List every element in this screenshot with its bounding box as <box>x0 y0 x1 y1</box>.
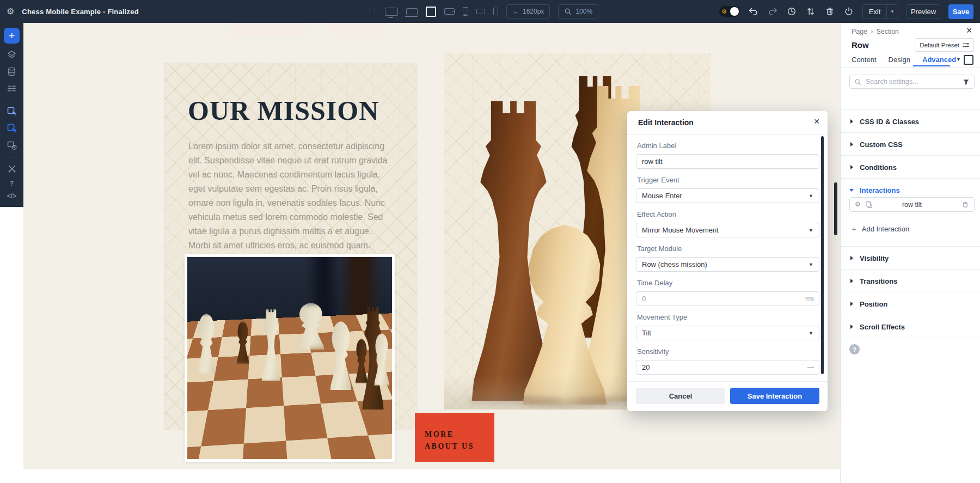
database-icon[interactable] <box>6 65 18 77</box>
chevron-right-icon <box>850 119 853 124</box>
accordion-label: Conditions <box>860 163 897 172</box>
settings-panel: Page › Section ✕ Row Default Preset Cont… <box>840 23 980 483</box>
device-current-breakpoint-icon[interactable] <box>426 7 436 17</box>
trigger-event-select[interactable]: Mouse Enter ▼ <box>636 188 819 203</box>
device-tablet-landscape-icon[interactable] <box>444 8 455 15</box>
accordion-label: Scroll Effects <box>860 323 905 331</box>
list-settings-icon[interactable] <box>6 82 18 94</box>
modal-footer: Cancel Save Interaction <box>627 381 828 411</box>
accordion-conditions[interactable]: Conditions <box>841 155 980 178</box>
tab-content[interactable]: Content <box>852 56 877 64</box>
settings-search[interactable] <box>849 75 975 89</box>
mission-paragraph[interactable]: Lorem ipsum dolor sit amet, consectetur … <box>188 139 392 253</box>
viewport-width-control[interactable]: ↔ 1620px <box>506 4 550 19</box>
exit-button[interactable]: Exit ▼ <box>862 4 898 19</box>
canvas-scrollbar[interactable] <box>834 182 837 235</box>
interaction-item-row-tilt[interactable]: ⚙ row tilt <box>849 197 975 212</box>
click-interaction-outline-icon[interactable] <box>6 106 18 118</box>
history-clock-icon[interactable] <box>786 6 797 17</box>
add-module-button[interactable]: + <box>4 28 20 44</box>
tabs-caret-icon[interactable]: ▼ <box>956 57 961 62</box>
accordion-label: Custom CSS <box>860 140 903 149</box>
time-delay-input[interactable] <box>636 291 819 306</box>
preset-label: Default Preset <box>920 42 959 48</box>
admin-label-field: Admin Label <box>636 142 819 169</box>
accordion-scroll-effects[interactable]: Scroll Effects <box>841 315 980 338</box>
target-module-select[interactable]: Row (chess mission) ▼ <box>636 257 819 272</box>
device-tablet-portrait-icon[interactable] <box>463 7 468 16</box>
filter-funnel-icon[interactable] <box>963 78 970 85</box>
add-interaction-label: Add Interaction <box>862 225 909 233</box>
width-arrows-icon: ↔ <box>512 8 519 15</box>
previous-section-remnant <box>231 23 305 35</box>
mission-heading[interactable]: OUR MISSION <box>188 95 416 126</box>
modal-close-icon[interactable]: ✕ <box>813 118 820 125</box>
accordion-css-id-classes[interactable]: CSS ID & Classes <box>841 109 980 132</box>
undo-icon[interactable] <box>748 6 759 17</box>
target-module-value: Row (chess mission) <box>642 260 707 268</box>
builder-settings-gear-icon[interactable]: ⚙ <box>7 7 14 16</box>
default-preset-button[interactable]: Default Preset <box>915 38 974 52</box>
admin-label-input[interactable] <box>636 154 819 169</box>
drag-handle-icon[interactable]: ⋮⋮ <box>367 10 377 13</box>
tools-icon[interactable] <box>6 163 18 175</box>
sort-arrows-icon[interactable] <box>805 6 816 17</box>
device-desktop-icon[interactable] <box>385 8 398 16</box>
chevron-right-icon <box>850 142 853 146</box>
tab-design[interactable]: Design <box>889 56 910 64</box>
accordion-label: Position <box>860 300 887 308</box>
element-title: Row <box>852 40 869 50</box>
trash-icon[interactable] <box>824 6 835 17</box>
chevron-down-icon <box>849 189 854 192</box>
layers-icon[interactable] <box>6 48 18 60</box>
trash-icon[interactable] <box>961 201 969 209</box>
breadcrumb-page[interactable]: Page <box>852 28 867 35</box>
save-button[interactable]: Save <box>948 4 973 19</box>
sensitivity-adornment: — <box>807 363 814 371</box>
power-icon[interactable] <box>843 6 854 17</box>
exit-dropdown-caret[interactable]: ▼ <box>886 5 898 19</box>
movement-type-select[interactable]: Tilt ▼ <box>636 326 819 340</box>
help-icon[interactable]: ? <box>10 180 14 187</box>
sun-icon: ⚙ <box>721 8 727 15</box>
redo-icon[interactable] <box>767 6 778 17</box>
module-history-icon[interactable] <box>6 139 18 151</box>
accordion-custom-css[interactable]: Custom CSS <box>841 132 980 155</box>
chessboard-image[interactable] <box>185 254 395 462</box>
panel-close-icon[interactable]: ✕ <box>966 26 972 35</box>
trigger-event-value: Mouse Enter <box>642 192 682 200</box>
more-about-us-block[interactable]: MORE ABOUT US <box>415 413 494 462</box>
effect-action-select[interactable]: Mirror Mouse Movement ▼ <box>636 223 819 237</box>
preview-button[interactable]: Preview <box>906 4 940 19</box>
divider <box>841 338 980 338</box>
cta-line1: MORE <box>425 430 454 439</box>
search-input[interactable] <box>865 77 959 86</box>
device-phone-landscape-icon[interactable] <box>476 9 485 14</box>
expand-panel-icon[interactable] <box>964 55 973 65</box>
modal-scrollbar[interactable] <box>821 136 824 374</box>
code-icon[interactable]: </> <box>7 192 16 200</box>
edit-interaction-modal: Edit Interaction ✕ Admin Label Trigger E… <box>627 111 828 411</box>
cancel-button[interactable]: Cancel <box>636 388 725 404</box>
device-phone-portrait-icon[interactable] <box>493 8 498 15</box>
accordion-position[interactable]: Position <box>841 292 980 315</box>
accordion-label: Visibility <box>860 254 889 262</box>
save-interaction-button[interactable]: Save Interaction <box>730 388 819 404</box>
click-interaction-filled-icon[interactable] <box>6 123 18 134</box>
breadcrumb-section[interactable]: Section <box>876 28 899 35</box>
interaction-item-label: row tilt <box>850 201 974 209</box>
accordion-visibility[interactable]: Visibility <box>841 246 980 269</box>
panel-help-icon[interactable]: ? <box>849 344 860 354</box>
tab-advanced[interactable]: Advanced <box>922 56 956 64</box>
page-title: Chess Mobile Example - Finalized <box>22 8 138 16</box>
admin-label-label: Admin Label <box>637 142 819 150</box>
modal-header: Edit Interaction ✕ <box>627 111 828 134</box>
ai-theme-toggle[interactable]: ⚙ <box>719 6 740 17</box>
plus-icon: + <box>852 224 856 234</box>
accordion-transitions[interactable]: Transitions <box>841 269 980 292</box>
add-interaction-button[interactable]: + Add Interaction <box>852 224 909 234</box>
sensitivity-input[interactable] <box>636 360 819 375</box>
zoom-control[interactable]: 100% <box>558 4 598 19</box>
breadcrumb-separator: › <box>871 28 873 35</box>
device-laptop-icon[interactable] <box>406 8 418 15</box>
